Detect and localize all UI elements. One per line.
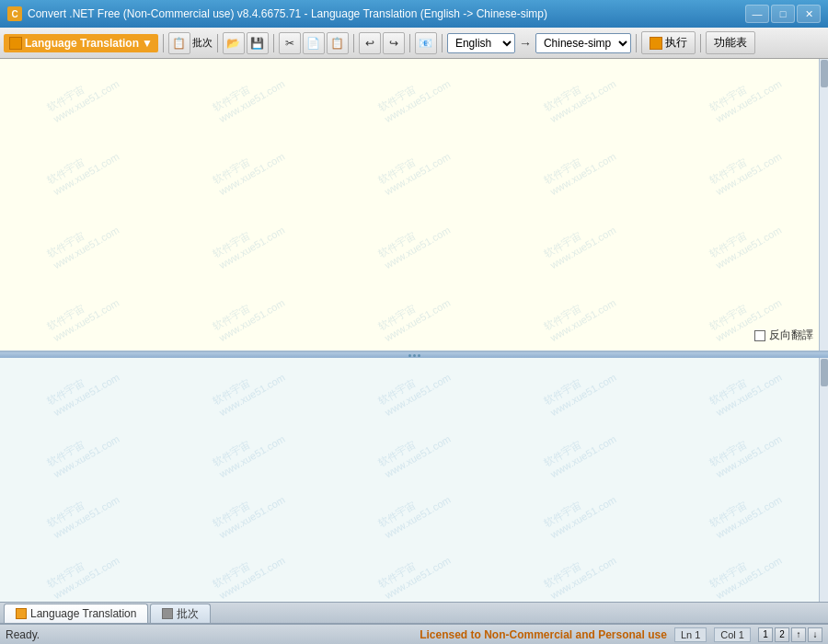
function-table-label: 功能表 bbox=[714, 36, 747, 49]
language-translation-menu[interactable]: Language Translation ▼ bbox=[4, 34, 158, 52]
window-title: Convert .NET Free (Non-Commercial use) v… bbox=[28, 7, 547, 20]
status-bar: Ready. Licensed to Non-Commercial and Pe… bbox=[0, 624, 828, 644]
tab-batch-label: 批次 bbox=[177, 606, 199, 622]
tab-gray-icon bbox=[162, 608, 173, 619]
status-right: Licensed to Non-Commercial and Personal … bbox=[420, 627, 822, 642]
target-text-output[interactable] bbox=[0, 358, 819, 574]
nav-button-down[interactable]: ↓ bbox=[808, 627, 822, 642]
main-area: 软件宇宙www.xue51.com 软件宇宙www.xue51.com 软件宇宙… bbox=[0, 59, 828, 602]
separator-6 bbox=[442, 34, 443, 52]
maximize-button[interactable]: □ bbox=[771, 5, 795, 23]
reverse-translate-section: 反向翻譯 bbox=[754, 328, 813, 343]
close-button[interactable]: ✕ bbox=[797, 5, 821, 23]
tab-batch[interactable]: 批次 bbox=[150, 604, 211, 623]
toolbar-batch-section: 📋 批次 bbox=[168, 32, 213, 54]
status-ln: Ln 1 bbox=[674, 627, 707, 642]
open-button[interactable]: 📂 bbox=[223, 32, 245, 54]
app-icon: C bbox=[7, 6, 22, 21]
redo-button[interactable]: ↪ bbox=[383, 32, 405, 54]
toolbar: Language Translation ▼ 📋 批次 📂 💾 ✂ 📄 📋 ↩ … bbox=[0, 28, 828, 59]
reverse-translate-label: 反向翻譯 bbox=[769, 328, 813, 343]
nav-button-up[interactable]: ↑ bbox=[791, 627, 806, 642]
separator-2 bbox=[217, 34, 218, 52]
source-scrollbar[interactable] bbox=[819, 59, 828, 351]
undo-button[interactable]: ↩ bbox=[359, 32, 381, 54]
lang-arrow: → bbox=[517, 36, 534, 51]
license-text: Licensed to Non-Commercial and Personal … bbox=[420, 628, 667, 641]
save-button[interactable]: 💾 bbox=[247, 32, 269, 54]
target-editor-panel: 软件宇宙www.xue51.com 软件宇宙www.xue51.com 软件宇宙… bbox=[0, 358, 828, 602]
function-table-button[interactable]: 功能表 bbox=[706, 31, 755, 54]
tab-language-translation[interactable]: Language Translation bbox=[4, 604, 148, 623]
reverse-translate-checkbox[interactable] bbox=[754, 330, 765, 341]
toolbar-icon bbox=[9, 37, 22, 50]
status-col: Col 1 bbox=[714, 627, 751, 642]
nav-buttons: 1 2 ↑ ↓ bbox=[758, 627, 822, 642]
copy-button[interactable]: 📄 bbox=[303, 32, 325, 54]
source-scrollbar-thumb[interactable] bbox=[821, 60, 828, 87]
source-text-input[interactable] bbox=[0, 59, 819, 323]
status-ready: Ready. bbox=[6, 628, 40, 641]
divider-indicator bbox=[408, 354, 420, 357]
target-language-select[interactable]: Chinese-simp Chinese-trad Japanese Korea… bbox=[535, 33, 631, 53]
execute-icon bbox=[650, 37, 662, 50]
nav-button-1[interactable]: 1 bbox=[758, 627, 773, 642]
title-bar: C Convert .NET Free (Non-Commercial use)… bbox=[0, 0, 828, 28]
execute-label: 执行 bbox=[665, 35, 687, 51]
separator-3 bbox=[273, 34, 274, 52]
target-scrollbar-thumb[interactable] bbox=[821, 359, 828, 386]
tab-language-translation-label: Language Translation bbox=[30, 607, 136, 620]
nav-button-2[interactable]: 2 bbox=[775, 627, 789, 642]
language-translation-label: Language Translation bbox=[25, 37, 139, 50]
separator-5 bbox=[409, 34, 410, 52]
tab-orange-icon bbox=[16, 608, 27, 619]
dropdown-arrow: ▼ bbox=[142, 37, 153, 50]
tab-bar: Language Translation 批次 bbox=[0, 602, 828, 624]
email-button[interactable]: 📧 bbox=[415, 32, 437, 54]
execute-button[interactable]: 执行 bbox=[641, 31, 696, 54]
separator-1 bbox=[163, 34, 164, 52]
separator-4 bbox=[353, 34, 354, 52]
separator-7 bbox=[636, 34, 637, 52]
minimize-button[interactable]: — bbox=[745, 5, 769, 23]
cut-button[interactable]: ✂ bbox=[279, 32, 301, 54]
source-language-select[interactable]: English French German Spanish bbox=[447, 33, 515, 53]
paste-button[interactable]: 📋 bbox=[327, 32, 349, 54]
batch-label: 批次 bbox=[192, 36, 213, 50]
batch-button[interactable]: 📋 bbox=[168, 32, 190, 54]
separator-8 bbox=[700, 34, 701, 52]
source-editor-panel: 软件宇宙www.xue51.com 软件宇宙www.xue51.com 软件宇宙… bbox=[0, 59, 828, 352]
target-scrollbar[interactable] bbox=[819, 358, 828, 602]
window-controls: — □ ✕ bbox=[745, 5, 821, 23]
